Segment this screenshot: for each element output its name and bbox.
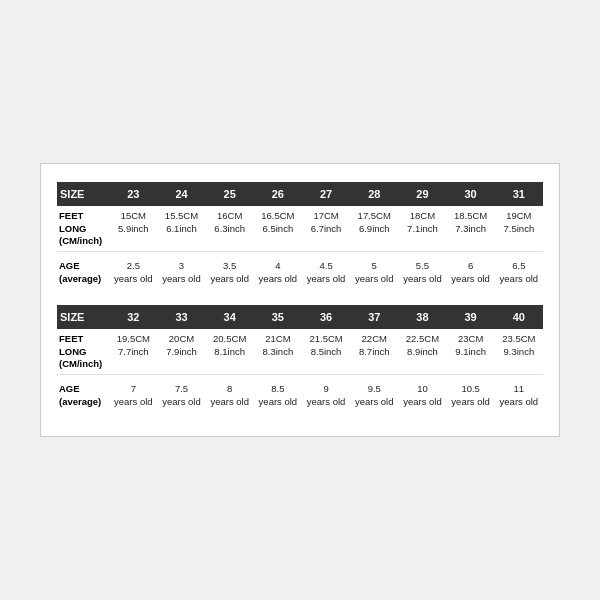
size-table-1: SIZE232425262728293031FEETLONG(CM/inch)1… [57,182,543,289]
size-table-2: SIZE323334353637383940FEETLONG(CM/inch)1… [57,305,543,412]
size-header-34: 34 [206,305,254,329]
feet-value-3: 21CM8.3inch [254,329,302,375]
size-header-24: 24 [157,182,205,206]
feet-value-2: 16CM6.3inch [206,206,254,252]
age-value-0: 2.5years old [109,256,157,289]
age-value-6: 10years old [398,379,446,412]
age-label: AGE(average) [57,379,109,412]
feet-label: FEETLONG(CM/inch) [57,329,109,375]
age-value-4: 4.5years old [302,256,350,289]
age-value-6: 5.5years old [398,256,446,289]
age-value-5: 5years old [350,256,398,289]
feet-value-1: 20CM7.9inch [157,329,205,375]
feet-value-4: 17CM6.7inch [302,206,350,252]
feet-label: FEETLONG(CM/inch) [57,206,109,252]
size-header-28: 28 [350,182,398,206]
size-header-23: 23 [109,182,157,206]
feet-value-7: 23CM9.1inch [447,329,495,375]
size-header-label: SIZE [57,182,109,206]
size-header-37: 37 [350,305,398,329]
age-value-2: 3.5years old [206,256,254,289]
size-header-40: 40 [495,305,543,329]
size-header-27: 27 [302,182,350,206]
age-value-2: 8years old [206,379,254,412]
size-chart-card: SIZE232425262728293031FEETLONG(CM/inch)1… [40,163,560,437]
age-value-8: 11years old [495,379,543,412]
size-header-33: 33 [157,305,205,329]
size-header-26: 26 [254,182,302,206]
size-header-label: SIZE [57,305,109,329]
section-divider [57,295,543,305]
age-value-7: 6years old [447,256,495,289]
feet-value-0: 15CM5.9inch [109,206,157,252]
feet-value-4: 21.5CM8.5inch [302,329,350,375]
feet-value-1: 15.5CM6.1inch [157,206,205,252]
age-value-3: 8.5years old [254,379,302,412]
size-header-36: 36 [302,305,350,329]
feet-value-3: 16.5CM6.5inch [254,206,302,252]
feet-value-6: 18CM7.1inch [398,206,446,252]
age-value-1: 7.5years old [157,379,205,412]
feet-value-6: 22.5CM8.9inch [398,329,446,375]
age-label: AGE(average) [57,256,109,289]
age-value-5: 9.5years old [350,379,398,412]
feet-value-5: 17.5CM6.9inch [350,206,398,252]
age-value-8: 6.5years old [495,256,543,289]
size-header-30: 30 [447,182,495,206]
age-value-3: 4years old [254,256,302,289]
age-value-0: 7years old [109,379,157,412]
feet-value-2: 20.5CM8.1inch [206,329,254,375]
feet-value-0: 19.5CM7.7inch [109,329,157,375]
feet-value-8: 23.5CM9.3inch [495,329,543,375]
age-value-7: 10.5years old [447,379,495,412]
size-header-25: 25 [206,182,254,206]
size-header-39: 39 [447,305,495,329]
size-header-35: 35 [254,305,302,329]
age-value-1: 3years old [157,256,205,289]
size-header-32: 32 [109,305,157,329]
feet-value-8: 19CM7.5inch [495,206,543,252]
size-header-31: 31 [495,182,543,206]
feet-value-5: 22CM8.7inch [350,329,398,375]
size-header-38: 38 [398,305,446,329]
feet-value-7: 18.5CM7.3inch [447,206,495,252]
size-header-29: 29 [398,182,446,206]
age-value-4: 9years old [302,379,350,412]
